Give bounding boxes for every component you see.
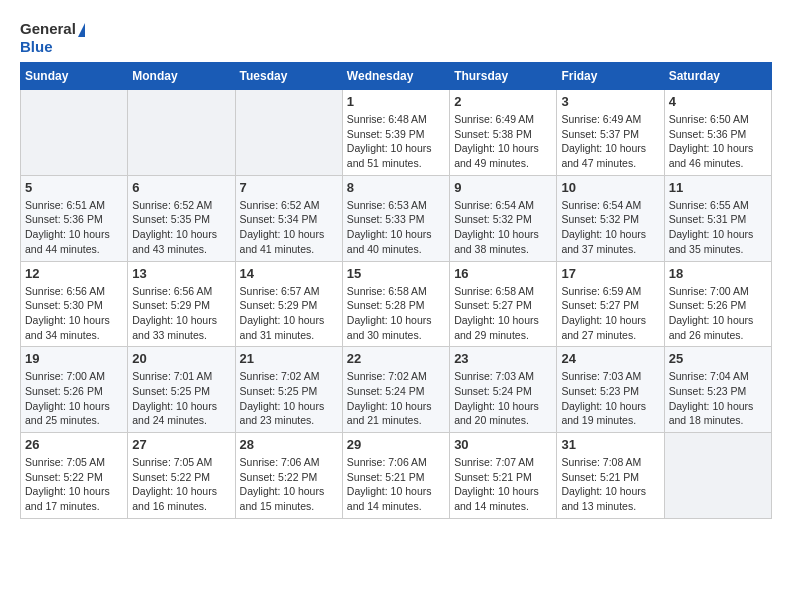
day-info: Sunrise: 6:57 AMSunset: 5:29 PMDaylight:… xyxy=(240,284,338,343)
day-info: Sunrise: 7:06 AMSunset: 5:22 PMDaylight:… xyxy=(240,455,338,514)
week-row-4: 19Sunrise: 7:00 AMSunset: 5:26 PMDayligh… xyxy=(21,347,772,433)
day-cell: 31Sunrise: 7:08 AMSunset: 5:21 PMDayligh… xyxy=(557,433,664,519)
week-row-1: 1Sunrise: 6:48 AMSunset: 5:39 PMDaylight… xyxy=(21,90,772,176)
day-cell: 30Sunrise: 7:07 AMSunset: 5:21 PMDayligh… xyxy=(450,433,557,519)
week-row-5: 26Sunrise: 7:05 AMSunset: 5:22 PMDayligh… xyxy=(21,433,772,519)
day-number: 11 xyxy=(669,180,767,195)
day-number: 31 xyxy=(561,437,659,452)
day-cell: 3Sunrise: 6:49 AMSunset: 5:37 PMDaylight… xyxy=(557,90,664,176)
day-info: Sunrise: 7:00 AMSunset: 5:26 PMDaylight:… xyxy=(25,369,123,428)
day-cell: 6Sunrise: 6:52 AMSunset: 5:35 PMDaylight… xyxy=(128,175,235,261)
day-info: Sunrise: 6:59 AMSunset: 5:27 PMDaylight:… xyxy=(561,284,659,343)
day-number: 8 xyxy=(347,180,445,195)
day-info: Sunrise: 7:05 AMSunset: 5:22 PMDaylight:… xyxy=(132,455,230,514)
day-info: Sunrise: 7:03 AMSunset: 5:23 PMDaylight:… xyxy=(561,369,659,428)
day-info: Sunrise: 7:02 AMSunset: 5:24 PMDaylight:… xyxy=(347,369,445,428)
day-number: 4 xyxy=(669,94,767,109)
day-header-wednesday: Wednesday xyxy=(342,63,449,90)
day-number: 13 xyxy=(132,266,230,281)
day-cell: 26Sunrise: 7:05 AMSunset: 5:22 PMDayligh… xyxy=(21,433,128,519)
day-header-thursday: Thursday xyxy=(450,63,557,90)
day-info: Sunrise: 6:54 AMSunset: 5:32 PMDaylight:… xyxy=(454,198,552,257)
day-cell: 23Sunrise: 7:03 AMSunset: 5:24 PMDayligh… xyxy=(450,347,557,433)
day-cell: 7Sunrise: 6:52 AMSunset: 5:34 PMDaylight… xyxy=(235,175,342,261)
day-number: 17 xyxy=(561,266,659,281)
day-cell: 21Sunrise: 7:02 AMSunset: 5:25 PMDayligh… xyxy=(235,347,342,433)
calendar-table: SundayMondayTuesdayWednesdayThursdayFrid… xyxy=(20,62,772,519)
logo: General Blue xyxy=(20,20,85,56)
day-cell: 18Sunrise: 7:00 AMSunset: 5:26 PMDayligh… xyxy=(664,261,771,347)
day-info: Sunrise: 6:56 AMSunset: 5:29 PMDaylight:… xyxy=(132,284,230,343)
day-cell: 1Sunrise: 6:48 AMSunset: 5:39 PMDaylight… xyxy=(342,90,449,176)
day-number: 9 xyxy=(454,180,552,195)
day-cell: 20Sunrise: 7:01 AMSunset: 5:25 PMDayligh… xyxy=(128,347,235,433)
day-cell: 28Sunrise: 7:06 AMSunset: 5:22 PMDayligh… xyxy=(235,433,342,519)
day-cell: 22Sunrise: 7:02 AMSunset: 5:24 PMDayligh… xyxy=(342,347,449,433)
day-info: Sunrise: 7:07 AMSunset: 5:21 PMDaylight:… xyxy=(454,455,552,514)
day-cell: 11Sunrise: 6:55 AMSunset: 5:31 PMDayligh… xyxy=(664,175,771,261)
day-cell: 17Sunrise: 6:59 AMSunset: 5:27 PMDayligh… xyxy=(557,261,664,347)
day-number: 14 xyxy=(240,266,338,281)
day-info: Sunrise: 6:58 AMSunset: 5:28 PMDaylight:… xyxy=(347,284,445,343)
day-number: 1 xyxy=(347,94,445,109)
page-header: General Blue xyxy=(20,20,772,56)
day-info: Sunrise: 6:53 AMSunset: 5:33 PMDaylight:… xyxy=(347,198,445,257)
day-header-saturday: Saturday xyxy=(664,63,771,90)
week-row-2: 5Sunrise: 6:51 AMSunset: 5:36 PMDaylight… xyxy=(21,175,772,261)
day-info: Sunrise: 6:55 AMSunset: 5:31 PMDaylight:… xyxy=(669,198,767,257)
day-number: 25 xyxy=(669,351,767,366)
day-cell: 13Sunrise: 6:56 AMSunset: 5:29 PMDayligh… xyxy=(128,261,235,347)
day-cell: 25Sunrise: 7:04 AMSunset: 5:23 PMDayligh… xyxy=(664,347,771,433)
day-cell xyxy=(664,433,771,519)
day-info: Sunrise: 6:49 AMSunset: 5:38 PMDaylight:… xyxy=(454,112,552,171)
day-number: 26 xyxy=(25,437,123,452)
day-info: Sunrise: 7:04 AMSunset: 5:23 PMDaylight:… xyxy=(669,369,767,428)
day-info: Sunrise: 7:05 AMSunset: 5:22 PMDaylight:… xyxy=(25,455,123,514)
day-cell xyxy=(128,90,235,176)
day-cell: 10Sunrise: 6:54 AMSunset: 5:32 PMDayligh… xyxy=(557,175,664,261)
day-info: Sunrise: 7:06 AMSunset: 5:21 PMDaylight:… xyxy=(347,455,445,514)
day-cell: 24Sunrise: 7:03 AMSunset: 5:23 PMDayligh… xyxy=(557,347,664,433)
day-cell: 16Sunrise: 6:58 AMSunset: 5:27 PMDayligh… xyxy=(450,261,557,347)
week-row-3: 12Sunrise: 6:56 AMSunset: 5:30 PMDayligh… xyxy=(21,261,772,347)
day-cell: 19Sunrise: 7:00 AMSunset: 5:26 PMDayligh… xyxy=(21,347,128,433)
day-cell: 27Sunrise: 7:05 AMSunset: 5:22 PMDayligh… xyxy=(128,433,235,519)
day-cell xyxy=(235,90,342,176)
day-cell: 5Sunrise: 6:51 AMSunset: 5:36 PMDaylight… xyxy=(21,175,128,261)
day-info: Sunrise: 6:52 AMSunset: 5:34 PMDaylight:… xyxy=(240,198,338,257)
day-info: Sunrise: 7:08 AMSunset: 5:21 PMDaylight:… xyxy=(561,455,659,514)
day-info: Sunrise: 6:51 AMSunset: 5:36 PMDaylight:… xyxy=(25,198,123,257)
day-info: Sunrise: 6:54 AMSunset: 5:32 PMDaylight:… xyxy=(561,198,659,257)
day-cell: 29Sunrise: 7:06 AMSunset: 5:21 PMDayligh… xyxy=(342,433,449,519)
day-number: 27 xyxy=(132,437,230,452)
calendar-header: SundayMondayTuesdayWednesdayThursdayFrid… xyxy=(21,63,772,90)
day-cell: 4Sunrise: 6:50 AMSunset: 5:36 PMDaylight… xyxy=(664,90,771,176)
day-info: Sunrise: 6:48 AMSunset: 5:39 PMDaylight:… xyxy=(347,112,445,171)
day-number: 23 xyxy=(454,351,552,366)
day-info: Sunrise: 6:56 AMSunset: 5:30 PMDaylight:… xyxy=(25,284,123,343)
day-header-friday: Friday xyxy=(557,63,664,90)
day-number: 18 xyxy=(669,266,767,281)
day-number: 6 xyxy=(132,180,230,195)
day-number: 3 xyxy=(561,94,659,109)
day-number: 20 xyxy=(132,351,230,366)
day-cell xyxy=(21,90,128,176)
day-number: 10 xyxy=(561,180,659,195)
day-number: 16 xyxy=(454,266,552,281)
day-header-monday: Monday xyxy=(128,63,235,90)
day-header-tuesday: Tuesday xyxy=(235,63,342,90)
day-number: 29 xyxy=(347,437,445,452)
day-cell: 9Sunrise: 6:54 AMSunset: 5:32 PMDaylight… xyxy=(450,175,557,261)
calendar-body: 1Sunrise: 6:48 AMSunset: 5:39 PMDaylight… xyxy=(21,90,772,519)
day-info: Sunrise: 7:03 AMSunset: 5:24 PMDaylight:… xyxy=(454,369,552,428)
day-number: 22 xyxy=(347,351,445,366)
day-cell: 8Sunrise: 6:53 AMSunset: 5:33 PMDaylight… xyxy=(342,175,449,261)
day-cell: 15Sunrise: 6:58 AMSunset: 5:28 PMDayligh… xyxy=(342,261,449,347)
day-info: Sunrise: 6:58 AMSunset: 5:27 PMDaylight:… xyxy=(454,284,552,343)
day-info: Sunrise: 7:02 AMSunset: 5:25 PMDaylight:… xyxy=(240,369,338,428)
day-number: 15 xyxy=(347,266,445,281)
day-info: Sunrise: 6:49 AMSunset: 5:37 PMDaylight:… xyxy=(561,112,659,171)
day-number: 21 xyxy=(240,351,338,366)
day-cell: 2Sunrise: 6:49 AMSunset: 5:38 PMDaylight… xyxy=(450,90,557,176)
day-number: 24 xyxy=(561,351,659,366)
